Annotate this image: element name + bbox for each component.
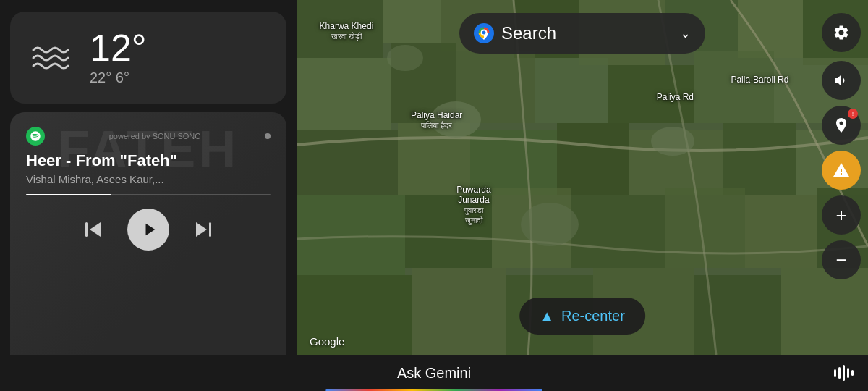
warning-button[interactable] bbox=[822, 151, 861, 190]
place-label-paliya-haidar: Paliya Haidarपालिया हैदर bbox=[411, 110, 462, 130]
svg-rect-24 bbox=[557, 123, 629, 196]
mic-bar-3 bbox=[843, 365, 845, 381]
music-header: powered by SONU SONC bbox=[26, 127, 271, 146]
zoom-in-button[interactable]: + bbox=[822, 196, 861, 235]
settings-button[interactable] bbox=[822, 13, 861, 52]
music-powered-by: powered by SONU SONC bbox=[109, 132, 201, 140]
weather-widget: 12° 22° 6° bbox=[10, 12, 286, 104]
svg-rect-12 bbox=[738, 0, 803, 58]
weather-temp-main: 12° bbox=[90, 29, 147, 67]
place-label-palia-baroli-rd: Palia-Baroli Rd bbox=[731, 75, 788, 85]
svg-point-42 bbox=[651, 127, 694, 156]
recenter-button[interactable]: ▲ Re-center bbox=[519, 298, 645, 335]
chevron-down-icon: ⌄ bbox=[680, 25, 691, 41]
svg-rect-28 bbox=[297, 196, 405, 275]
svg-point-45 bbox=[474, 23, 494, 43]
svg-rect-40 bbox=[781, 268, 868, 355]
svg-rect-33 bbox=[745, 196, 817, 268]
svg-rect-0 bbox=[85, 222, 88, 237]
svg-rect-26 bbox=[723, 123, 796, 196]
place-label-puwarda: PuwardaJunardaपुवारडाजुनार्दा bbox=[456, 185, 490, 225]
svg-rect-14 bbox=[297, 58, 391, 130]
music-content: powered by SONU SONC Heer - From "Fateh"… bbox=[26, 127, 271, 365]
ask-gemini-text: Ask Gemini bbox=[397, 365, 471, 382]
weather-icon bbox=[30, 43, 72, 73]
svg-rect-19 bbox=[694, 51, 774, 123]
music-progress-fill bbox=[26, 194, 111, 196]
svg-point-44 bbox=[387, 45, 423, 71]
svg-point-43 bbox=[521, 203, 579, 246]
google-attribution: Google bbox=[310, 335, 344, 348]
spotify-icon bbox=[26, 127, 45, 146]
recenter-arrow-icon: ▲ bbox=[540, 308, 554, 324]
svg-rect-3 bbox=[209, 222, 211, 237]
svg-marker-2 bbox=[145, 224, 155, 236]
profile-button[interactable]: ! bbox=[822, 106, 861, 145]
notification-badge: ! bbox=[848, 109, 858, 119]
svg-rect-36 bbox=[412, 268, 506, 355]
google-maps-logo bbox=[474, 23, 494, 43]
music-artist: Vishal Mishra, Asees Kaur,... bbox=[26, 173, 271, 185]
play-pause-button[interactable] bbox=[127, 209, 169, 251]
mic-bar-5 bbox=[851, 370, 854, 376]
svg-rect-17 bbox=[535, 58, 608, 123]
svg-marker-4 bbox=[196, 222, 207, 237]
left-panel: 12° 22° 6° FATEH powered by SONU SONC He… bbox=[0, 0, 297, 391]
skip-next-button[interactable] bbox=[192, 219, 214, 240]
map-right-controls: ! + − bbox=[822, 61, 861, 279]
music-title: Heer - From "Fateh" bbox=[26, 151, 271, 170]
recenter-label: Re-center bbox=[561, 308, 625, 324]
map-area[interactable]: Kharwa Khediखरवा खेड़ी Paliya Haidarपालि… bbox=[297, 0, 868, 355]
svg-marker-1 bbox=[90, 222, 101, 237]
search-text: Search bbox=[501, 23, 673, 43]
weather-temp-range: 22° 6° bbox=[90, 70, 147, 86]
place-label-kharwa-khedi: Kharwa Khediखरवा खेड़ी bbox=[320, 21, 374, 41]
weather-info: 12° 22° 6° bbox=[90, 29, 147, 86]
music-controls bbox=[26, 209, 271, 251]
zoom-out-icon: − bbox=[835, 251, 846, 269]
mic-bar-2 bbox=[838, 367, 841, 379]
volume-button[interactable] bbox=[822, 61, 861, 100]
skip-prev-button[interactable] bbox=[82, 219, 104, 240]
mic-bar-4 bbox=[847, 368, 849, 378]
mic-icon[interactable] bbox=[834, 365, 854, 381]
svg-rect-31 bbox=[571, 196, 665, 268]
place-label-paliya-rd: Paliya Rd bbox=[657, 92, 694, 102]
map-search-bar[interactable]: Search ⌄ bbox=[459, 13, 705, 54]
svg-rect-7 bbox=[383, 0, 441, 43]
music-widget: FATEH powered by SONU SONC Heer - From "… bbox=[10, 112, 286, 379]
music-dot bbox=[265, 133, 271, 139]
music-progress-bar bbox=[26, 194, 271, 196]
zoom-out-button[interactable]: − bbox=[822, 240, 861, 279]
zoom-in-icon: + bbox=[835, 206, 846, 224]
mic-bar-1 bbox=[834, 369, 836, 377]
